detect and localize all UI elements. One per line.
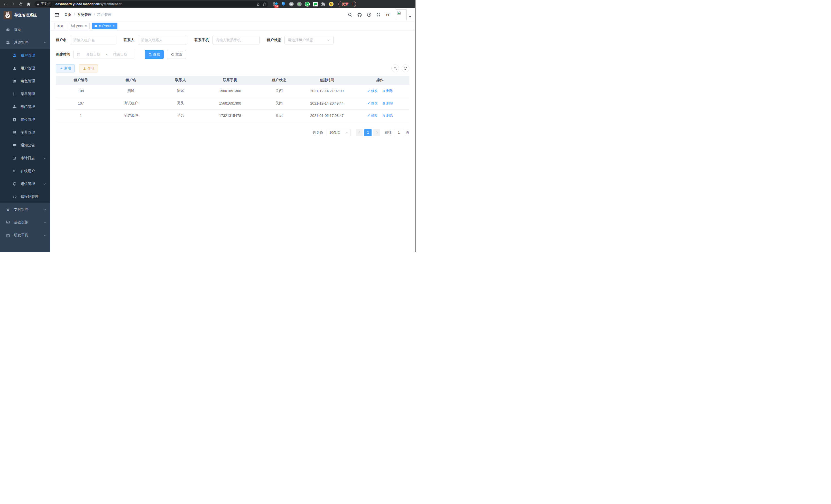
page-number-button[interactable]: 1 <box>364 129 372 136</box>
toggle-search-button[interactable] <box>391 64 399 72</box>
sidebar-item-label: 岗位管理 <box>21 117 35 122</box>
extension-icon-balloon[interactable] <box>281 2 286 7</box>
tab-home[interactable]: 首页 <box>54 23 66 29</box>
sidebar-item-payment[interactable]: ¥ 支付管理 <box>0 203 50 216</box>
edit-link[interactable]: 修改 <box>367 89 378 93</box>
cell-contact: 测试 <box>156 85 205 97</box>
sidebar-item-label: 错误码管理 <box>21 195 38 199</box>
status-select[interactable]: 请选择租户状态 <box>284 36 334 45</box>
date-range-picker[interactable]: 开始日期 - 结束日期 <box>74 50 134 59</box>
sidebar-item-infrastructure[interactable]: 基础设施 <box>0 216 50 229</box>
col-header-name: 租户名 <box>106 76 156 85</box>
goto-page-input[interactable] <box>394 129 404 136</box>
delete-link[interactable]: 删除 <box>382 89 393 93</box>
delete-link[interactable]: 删除 <box>382 101 393 106</box>
cell-mobile: 15601691300 <box>205 97 255 110</box>
cell-status: 开启 <box>255 110 304 122</box>
filter-mobile: 联系手机 <box>195 36 260 45</box>
browser-forward-icon[interactable] <box>10 1 17 7</box>
extension-icon-emoji[interactable] <box>328 2 334 7</box>
contact-input[interactable] <box>141 38 184 42</box>
browser-update-button[interactable]: 更新 ⋮ <box>338 1 356 7</box>
extension-icon-chat[interactable] <box>313 2 318 7</box>
address-bar[interactable]: 不安全 dashboard.yudao.iocoder.cn/system/te… <box>34 1 268 7</box>
user-avatar-dropdown[interactable] <box>396 9 411 20</box>
sidebar-item-notice[interactable]: 通知公告 <box>0 139 50 152</box>
next-page-button[interactable] <box>373 129 380 136</box>
sidebar-item-sms[interactable]: 短信管理 <box>0 178 50 190</box>
browser-home-icon[interactable] <box>25 1 32 7</box>
breadcrumb-system[interactable]: 系统管理 <box>77 12 91 17</box>
font-size-icon[interactable]: tT <box>385 12 391 18</box>
omnibox-divider <box>53 2 53 6</box>
extensions-puzzle-icon[interactable] <box>321 2 326 7</box>
browser-back-icon[interactable] <box>2 1 9 7</box>
not-secure-warning[interactable]: 不安全 <box>36 2 51 6</box>
share-icon[interactable] <box>256 2 260 6</box>
sidebar-item-menu[interactable]: 菜单管理 <box>0 88 50 100</box>
search-icon[interactable] <box>347 12 353 18</box>
sidebar-item-system[interactable]: 系统管理 <box>0 36 50 49</box>
edit-label: 修改 <box>371 101 378 106</box>
start-date-placeholder: 开始日期 <box>83 52 104 57</box>
help-icon[interactable] <box>366 12 372 18</box>
delete-link[interactable]: 删除 <box>382 113 393 118</box>
shield-check-icon <box>12 182 17 186</box>
field-label: 租户状态 <box>267 38 281 42</box>
breadcrumb-home[interactable]: 首页 <box>64 12 71 17</box>
extension-icon-tabs[interactable]: 10 <box>273 2 278 7</box>
page-size-select[interactable]: 10条/页 <box>326 129 350 136</box>
reset-button[interactable]: 重置 <box>167 50 186 59</box>
sidebar-item-dept[interactable]: 部门管理 <box>0 100 50 113</box>
extension-icon-y-logo[interactable]: y <box>305 2 310 7</box>
users-icon <box>12 79 17 84</box>
close-icon[interactable]: × <box>113 24 115 28</box>
tenant-name-input[interactable] <box>73 38 113 42</box>
cell-actions: 修改 删除 <box>351 110 409 122</box>
cell-created: 2021-01-05 17:03:47 <box>303 110 350 122</box>
extension-icon-command[interactable]: ⌘ <box>289 2 294 7</box>
github-icon[interactable] <box>357 12 362 18</box>
export-button[interactable]: 导出 <box>79 64 98 72</box>
edit-link[interactable]: 修改 <box>367 101 378 106</box>
cell-contact: 芋艿 <box>156 110 205 122</box>
window-scrollbar-edge[interactable] <box>415 8 416 252</box>
sidebar-item-audit-log[interactable]: 审计日志 <box>0 152 50 165</box>
close-icon[interactable]: × <box>85 24 87 28</box>
online-user-icon <box>12 169 17 173</box>
sidebar-item-post[interactable]: 岗位管理 <box>0 113 50 126</box>
sidebar-item-tenant[interactable]: 租户管理 <box>0 49 50 62</box>
chevron-left-icon <box>358 131 361 134</box>
sidebar-item-dict[interactable]: 字典管理 <box>0 126 50 139</box>
sidebar-item-label: 菜单管理 <box>21 92 35 96</box>
sidebar-logo[interactable]: 芋道管理系统 <box>0 8 50 22</box>
table-header-row: 租户编号 租户名 联系人 联系手机 租户状态 创建时间 操作 <box>56 76 409 85</box>
sidebar-item-role[interactable]: 角色管理 <box>0 75 50 88</box>
tab-tenant[interactable]: 租户管理 × <box>92 23 117 29</box>
browser-menu-icon[interactable]: ⋮ <box>350 2 354 6</box>
active-dot <box>94 25 97 27</box>
top-navbar: 首页 / 系统管理 / 租户管理 tT <box>50 8 416 22</box>
sidebar-item-dev-tools[interactable]: 研发工具 <box>0 229 50 242</box>
mobile-input[interactable] <box>216 38 256 42</box>
sidebar-fold-icon[interactable] <box>54 12 60 18</box>
browser-reload-icon[interactable] <box>18 1 24 7</box>
refresh-table-button[interactable] <box>402 64 409 72</box>
prev-page-button[interactable] <box>355 129 363 136</box>
tab-label: 部门管理 <box>71 24 83 28</box>
sidebar-item-user[interactable]: 用户管理 <box>0 62 50 75</box>
sidebar-item-online-user[interactable]: 在线用户 <box>0 165 50 178</box>
sidebar-item-home[interactable]: 首页 <box>0 23 50 36</box>
filter-contact: 联系人 <box>123 36 187 45</box>
extension-icon-recorder[interactable] <box>297 2 302 7</box>
col-header-status: 租户状态 <box>255 76 304 85</box>
breadcrumb-current: 租户管理 <box>97 12 112 17</box>
fullscreen-icon[interactable] <box>376 12 381 18</box>
bookmark-star-icon[interactable] <box>263 2 266 6</box>
tab-dept[interactable]: 部门管理 × <box>68 23 90 29</box>
tags-view: 首页 部门管理 × 租户管理 × <box>50 22 416 30</box>
search-button[interactable]: 搜索 <box>145 50 164 59</box>
sidebar-item-error-code[interactable]: 错误码管理 <box>0 190 50 203</box>
edit-link[interactable]: 修改 <box>367 113 378 118</box>
add-button[interactable]: ＋ 新增 <box>56 64 75 72</box>
